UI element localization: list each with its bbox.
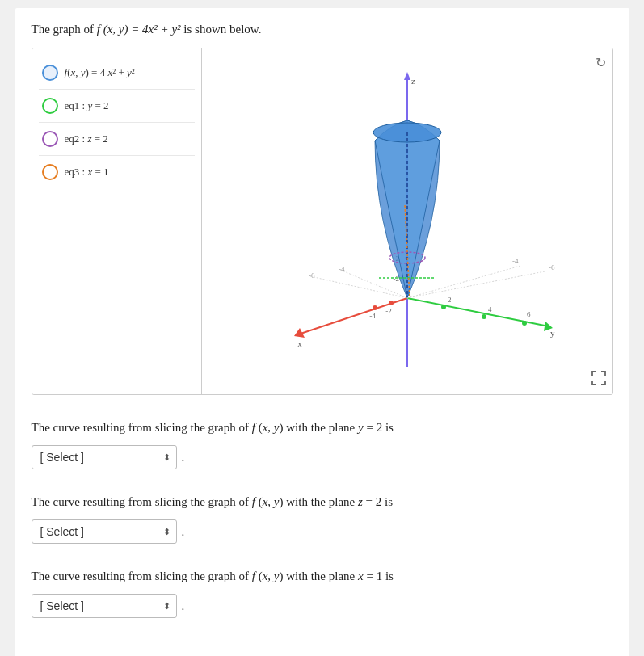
svg-point-17 <box>441 305 446 309</box>
legend-label-fxy: f(x, y) = 4 x² + y² <box>65 66 135 79</box>
legend-item-fxy: f(x, y) = 4 x² + y² <box>39 57 195 90</box>
period-3: . <box>182 599 185 613</box>
func-display: f (x, y) = 4x² + y² <box>97 23 181 36</box>
answer-row-3: [ Select ] Parabola Ellipse Circle Hyper… <box>32 594 613 618</box>
select-wrapper-3: [ Select ] Parabola Ellipse Circle Hyper… <box>32 594 177 618</box>
svg-point-12 <box>373 305 377 310</box>
q1-plane: y = 2 <box>358 421 382 434</box>
legend-item-eq3: eq3 : x = 1 <box>39 156 195 188</box>
refresh-button[interactable]: ↻ <box>596 55 606 70</box>
svg-text:-4: -4 <box>339 265 345 273</box>
q1-func: f (x, y) <box>252 421 284 434</box>
q2-prefix: The curve resulting from slicing the gra… <box>32 495 252 508</box>
q2-func: f (x, y) <box>252 495 284 508</box>
svg-text:z: z <box>411 76 415 86</box>
q2-suffix: is <box>381 495 393 508</box>
svg-text:-4: -4 <box>369 312 376 320</box>
page-container: The graph of f (x, y) = 4x² + y² is show… <box>15 8 629 656</box>
legend-label-eq2: eq2 : z = 2 <box>65 132 108 145</box>
svg-text:4: 4 <box>488 305 492 313</box>
legend-icon-eq2 <box>42 131 58 147</box>
legend-label-eq1: eq1 : y = 2 <box>65 99 109 112</box>
answer-row-1: [ Select ] Parabola Ellipse Circle Hyper… <box>32 445 613 469</box>
select-q1[interactable]: [ Select ] Parabola Ellipse Circle Hyper… <box>32 445 177 469</box>
svg-point-19 <box>482 314 486 319</box>
svg-text:-4: -4 <box>512 257 519 265</box>
question-block-1: The curve resulting from slicing the gra… <box>32 418 613 469</box>
select-q2[interactable]: [ Select ] Parabola Ellipse Circle Hyper… <box>32 519 177 544</box>
q1-suffix: is <box>382 421 394 434</box>
legend-panel: f(x, y) = 4 x² + y² eq1 : y = 2 eq2 : z … <box>32 48 202 394</box>
graph-svg: -2 2 z -4 -2 x 2 4 6 y <box>250 60 565 383</box>
graph-section: f(x, y) = 4 x² + y² eq1 : y = 2 eq2 : z … <box>32 48 613 395</box>
q3-mid: with the plane <box>284 570 358 582</box>
question-text-2: The curve resulting from slicing the gra… <box>32 492 613 511</box>
select-q3[interactable]: [ Select ] Parabola Ellipse Circle Hyper… <box>32 594 177 618</box>
svg-text:-6: -6 <box>309 271 315 280</box>
legend-icon-eq3 <box>42 164 58 180</box>
intro-text: The graph of f (x, y) = 4x² + y² is show… <box>32 23 613 36</box>
legend-item-eq2: eq2 : z = 2 <box>39 123 195 156</box>
question-text-1: The curve resulting from slicing the gra… <box>32 418 613 437</box>
svg-point-14 <box>389 301 394 305</box>
legend-item-eq1: eq1 : y = 2 <box>39 90 195 123</box>
q2-mid: with the plane <box>284 495 358 508</box>
q3-func: f (x, y) <box>252 570 284 582</box>
q3-plane: x = 1 <box>358 570 382 582</box>
legend-icon-eq1 <box>42 98 58 114</box>
legend-icon-fxy <box>42 65 58 81</box>
select-wrapper-1: [ Select ] Parabola Ellipse Circle Hyper… <box>32 445 177 469</box>
answer-row-2: [ Select ] Parabola Ellipse Circle Hyper… <box>32 519 613 544</box>
period-2: . <box>182 525 185 539</box>
graph-canvas: ↻ <box>202 48 612 394</box>
q3-prefix: The curve resulting from slicing the gra… <box>32 570 252 582</box>
period-1: . <box>182 451 185 465</box>
svg-point-21 <box>522 321 527 326</box>
q2-plane: z = 2 <box>358 495 381 508</box>
q1-prefix: The curve resulting from slicing the gra… <box>32 421 252 434</box>
select-wrapper-2: [ Select ] Parabola Ellipse Circle Hyper… <box>32 519 177 544</box>
question-block-3: The curve resulting from slicing the gra… <box>32 566 613 618</box>
question-block-2: The curve resulting from slicing the gra… <box>32 492 613 544</box>
fullscreen-button[interactable] <box>591 371 606 388</box>
svg-text:-2: -2 <box>385 307 392 315</box>
svg-text:x: x <box>297 339 302 348</box>
svg-text:y: y <box>550 328 555 338</box>
question-text-3: The curve resulting from slicing the gra… <box>32 566 613 586</box>
q1-mid: with the plane <box>284 421 358 434</box>
intro-prefix: The graph of <box>32 23 97 36</box>
intro-suffix: is shown below. <box>183 23 261 36</box>
svg-text:2: 2 <box>448 296 452 304</box>
svg-text:6: 6 <box>527 310 531 318</box>
svg-text:-6: -6 <box>549 263 555 271</box>
q3-suffix: is <box>382 570 394 582</box>
legend-label-eq3: eq3 : x = 1 <box>65 166 109 179</box>
